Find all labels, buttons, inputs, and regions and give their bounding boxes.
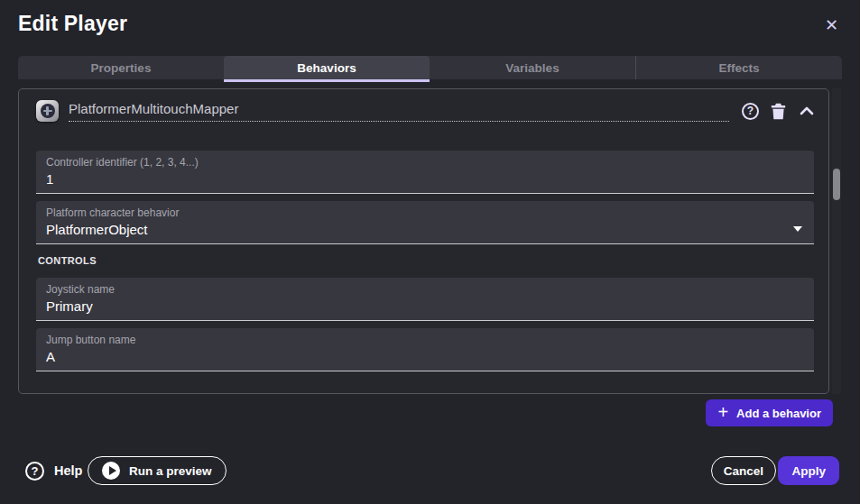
run-preview-button[interactable]: Run a preview: [88, 456, 227, 485]
close-icon[interactable]: ✕: [825, 15, 838, 35]
chevron-up-icon[interactable]: [800, 106, 814, 115]
field-label: Joystick name: [46, 283, 803, 296]
dropdown-caret-icon: [793, 226, 802, 232]
controls-section-label: CONTROLS: [38, 255, 97, 266]
gamepad-behavior-icon: [36, 100, 59, 122]
joystick-name-field[interactable]: Joystick name Primary: [36, 278, 814, 321]
cancel-button[interactable]: Cancel: [711, 456, 776, 485]
tab-bar: Properties Behaviors Variables Effects: [18, 56, 842, 79]
apply-button[interactable]: Apply: [778, 456, 839, 485]
scrollbar-track: [832, 88, 841, 394]
tab-properties[interactable]: Properties: [18, 56, 224, 79]
field-value: PlatformerObject: [46, 222, 803, 237]
help-circle-icon[interactable]: ?: [742, 103, 759, 120]
behavior-card: PlatformerMultitouchMapper ? Controller …: [18, 88, 829, 394]
behavior-name-field[interactable]: PlatformerMultitouchMapper: [69, 101, 729, 122]
add-behavior-button[interactable]: + Add a behavior: [706, 399, 833, 426]
field-value: 1: [46, 171, 803, 187]
tab-effects[interactable]: Effects: [635, 56, 842, 79]
page-title: Edit Player: [18, 12, 127, 36]
scrollbar-thumb[interactable]: [833, 169, 840, 200]
jump-button-name-field[interactable]: Jump button name A: [36, 328, 814, 371]
field-value: Primary: [46, 298, 803, 314]
field-label: Platform character behavior: [46, 206, 803, 219]
field-label: Controller identifier (1, 2, 3, 4...): [46, 156, 803, 169]
play-icon: [102, 462, 120, 480]
help-button[interactable]: ? Help: [25, 459, 82, 482]
field-value: A: [46, 349, 803, 364]
tab-behaviors[interactable]: Behaviors: [224, 56, 430, 79]
question-circle-icon: ?: [25, 462, 44, 481]
controller-identifier-field[interactable]: Controller identifier (1, 2, 3, 4...) 1: [36, 151, 814, 194]
platform-behavior-select[interactable]: Platform character behavior PlatformerOb…: [36, 201, 814, 244]
plus-icon: +: [717, 403, 728, 421]
tab-variables[interactable]: Variables: [430, 56, 635, 79]
field-label: Jump button name: [46, 334, 803, 346]
behavior-card-header: PlatformerMultitouchMapper ?: [36, 100, 814, 122]
trash-icon[interactable]: [771, 103, 786, 120]
